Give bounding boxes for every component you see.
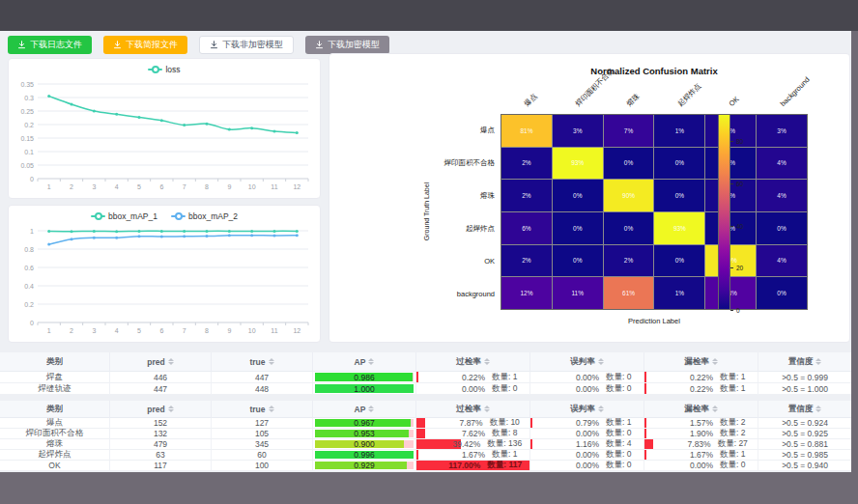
missed-cell: 1.90%数量: 2	[644, 429, 758, 439]
pred-cell: 447	[110, 383, 212, 395]
svg-text:12: 12	[293, 327, 300, 334]
ap-value: 0.900	[313, 439, 415, 449]
rate-value: 1.57%	[657, 418, 714, 428]
header-过检率[interactable]: 过检率	[416, 352, 530, 372]
download-button-label: 下载简报文件	[126, 41, 178, 49]
rate-bar	[644, 450, 646, 460]
colorbar-tick	[730, 267, 733, 268]
svg-text:7: 7	[183, 327, 186, 334]
sort-carets-icon	[269, 358, 274, 365]
pred-value: 63	[156, 450, 164, 460]
sort-carets-icon	[484, 358, 490, 365]
misjudge-cell: 0.00%数量: 0	[530, 450, 644, 461]
header-过检率[interactable]: 过检率	[416, 401, 530, 418]
true-cell: 345	[212, 439, 313, 450]
sort-carets-icon	[815, 358, 821, 365]
svg-text:6: 6	[159, 183, 163, 190]
rate-bar	[416, 372, 418, 382]
header-label: AP	[355, 405, 366, 414]
dashboard-page: 下载日志文件下载简报文件下载非加密模型下载加密模型 loss 00.050.10…	[0, 31, 851, 472]
cm-cell-3-0: 6%	[501, 212, 552, 244]
svg-text:10: 10	[248, 183, 256, 190]
sort-carets-icon	[269, 406, 274, 412]
table-row: 熔珠4793450.90039.42%数量: 1361.16%数量: 47.83…	[0, 439, 851, 450]
table-row: 爆点1521270.9677.87%数量: 100.79%数量: 11.57%数…	[0, 418, 851, 429]
header-漏检率[interactable]: 漏检率	[644, 401, 758, 418]
rate-bar	[416, 418, 425, 428]
map-chart-card: bbox_mAP_1bbox_mAP_2 00.20.40.60.8112345…	[8, 205, 321, 343]
confidence-value: >0.5 = 1.000	[782, 384, 828, 394]
cm-row-label: background	[398, 290, 495, 298]
class-name: 起焊炸点	[39, 450, 72, 461]
cm-col-label: background	[779, 76, 811, 108]
overkill-cell: 0.00%数量: 0	[416, 383, 530, 395]
svg-text:0.1: 0.1	[24, 149, 34, 155]
cm-cell-4-1: 0%	[553, 245, 603, 277]
download-icon	[113, 41, 122, 49]
cm-cell-0-5: 3%	[757, 115, 807, 147]
download-button-2[interactable]: 下载非加密模型	[199, 36, 294, 54]
svg-text:0.2: 0.2	[24, 122, 34, 128]
class-name-cell: 焊印面积不合格	[0, 429, 110, 439]
cm-cell-1-3: 0%	[654, 148, 704, 180]
missed-cell: 0.00%数量: 0	[644, 461, 758, 471]
cm-cell-0-1: 3%	[553, 115, 603, 147]
download-button-1[interactable]: 下载简报文件	[103, 36, 187, 54]
cm-cell-5-0: 12%	[501, 277, 552, 309]
header-误判率[interactable]: 误判率	[530, 352, 644, 372]
cm-row-label: 熔珠	[398, 191, 495, 200]
window-chrome-strip	[0, 0, 858, 31]
header-true[interactable]: true	[212, 352, 313, 372]
cm-cell-0-3: 1%	[654, 115, 704, 147]
misjudge-cell: 0.00%数量: 0	[530, 429, 644, 439]
rate-count: 数量: 0	[606, 372, 631, 383]
cm-col-label: 熔珠	[625, 93, 641, 108]
table-row: 焊盘4464470.9860.22%数量: 10.00%数量: 00.22%数量…	[0, 372, 851, 383]
header-置信度[interactable]: 置信度	[758, 352, 851, 372]
cm-cell-4-4: 89%	[705, 245, 756, 277]
ap-value: 0.986	[313, 372, 415, 382]
header-pred[interactable]: pred	[110, 352, 212, 372]
ap-cell: 0.953	[313, 429, 416, 439]
ap-cell: 1.000	[313, 383, 416, 395]
true-cell: 448	[212, 383, 313, 395]
svg-text:8: 8	[205, 183, 209, 190]
ap-cell: 0.900	[313, 439, 416, 450]
header-label: AP	[355, 357, 366, 367]
loss-chart-card: loss 00.050.10.150.20.250.30.35123456789…	[8, 58, 321, 199]
download-button-3[interactable]: 下载加密模型	[305, 36, 389, 54]
true-value: 105	[255, 429, 269, 438]
colorbar-tick-label: 40	[736, 222, 743, 229]
cm-cell-4-3: 0%	[654, 245, 704, 277]
ap-value: 0.996	[313, 450, 415, 460]
rate-value: 0.00%	[657, 461, 714, 470]
cm-cell-4-5: 4%	[757, 245, 807, 277]
rate-count: 数量: 27	[718, 439, 748, 450]
header-pred[interactable]: pred	[110, 401, 212, 418]
header-误判率[interactable]: 误判率	[530, 401, 644, 418]
cm-cell-2-3: 0%	[654, 180, 704, 211]
download-button-label: 下载加密模型	[328, 41, 380, 49]
confidence-cell: >0.5 = 0.985	[758, 450, 851, 461]
header-AP[interactable]: AP	[313, 352, 416, 372]
true-value: 127	[255, 418, 269, 428]
svg-text:10: 10	[248, 327, 256, 334]
rate-count: 数量: 1	[606, 418, 631, 429]
pred-value: 152	[154, 418, 167, 428]
header-label: 置信度	[788, 404, 814, 415]
class-name-cell: 焊缝轨迹	[0, 383, 110, 395]
download-button-0[interactable]: 下载日志文件	[8, 36, 92, 54]
ap-cell: 0.967	[313, 418, 416, 429]
header-AP[interactable]: AP	[313, 401, 416, 418]
header-置信度[interactable]: 置信度	[758, 401, 851, 418]
pred-cell: 63	[110, 450, 212, 461]
svg-text:0.3: 0.3	[24, 95, 34, 101]
header-label: 类别	[46, 404, 63, 415]
header-true[interactable]: true	[212, 401, 313, 418]
svg-text:0.6: 0.6	[24, 265, 34, 271]
svg-text:0.15: 0.15	[20, 135, 34, 142]
true-cell: 447	[212, 372, 313, 383]
rate-count: 数量: 1	[720, 372, 745, 383]
header-漏检率[interactable]: 漏检率	[644, 352, 758, 372]
overkill-cell: 117.00%数量: 117	[416, 461, 530, 471]
